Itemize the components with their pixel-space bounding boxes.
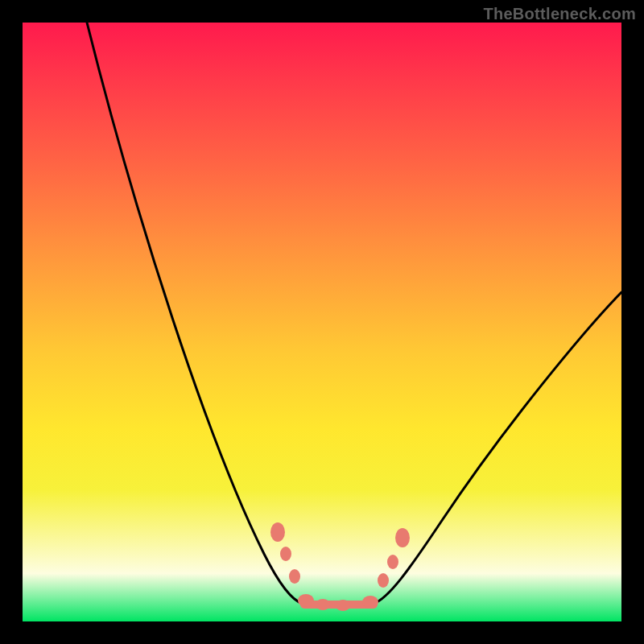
marker-dot bbox=[280, 547, 291, 561]
attribution-text: TheBottleneck.com bbox=[483, 5, 636, 23]
curve-left-branch bbox=[87, 23, 303, 604]
marker-dot bbox=[387, 555, 398, 569]
curve-svg bbox=[23, 23, 621, 621]
marker-dot bbox=[362, 596, 378, 609]
marker-dot bbox=[270, 522, 285, 542]
marker-dot bbox=[298, 594, 314, 607]
marker-dot bbox=[395, 528, 410, 547]
curve-right-branch bbox=[374, 292, 621, 604]
chart-plot-area bbox=[23, 23, 621, 621]
marker-dot bbox=[289, 569, 300, 584]
marker-dot bbox=[316, 599, 330, 610]
marker-dot bbox=[378, 573, 389, 588]
marker-dot bbox=[336, 600, 350, 611]
